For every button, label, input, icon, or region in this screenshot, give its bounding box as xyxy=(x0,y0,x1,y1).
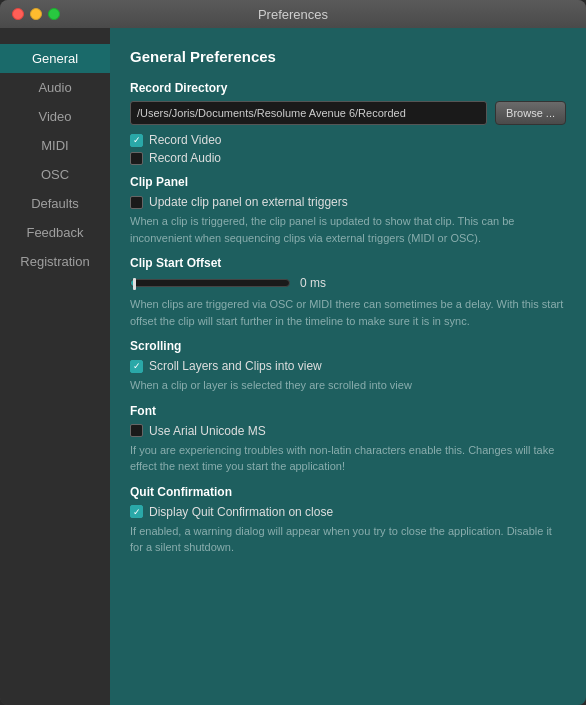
font-checkbox-row: Use Arial Unicode MS xyxy=(130,424,566,438)
clip-start-offset-label: Clip Start Offset xyxy=(130,256,566,270)
quit-confirmation-checkbox[interactable] xyxy=(130,505,143,518)
clip-start-offset-description: When clips are triggered via OSC or MIDI… xyxy=(130,296,566,329)
sidebar-item-feedback[interactable]: Feedback xyxy=(0,218,110,247)
quit-confirmation-checkbox-row: Display Quit Confirmation on close xyxy=(130,505,566,519)
quit-confirmation-label: Quit Confirmation xyxy=(130,485,566,499)
slider-thumb xyxy=(133,278,136,290)
record-directory-label: Record Directory xyxy=(130,81,566,95)
clip-panel-checkbox-row: Update clip panel on external triggers xyxy=(130,195,566,209)
main-content: General Audio Video MIDI OSC Defaults Fe… xyxy=(0,28,586,705)
sidebar: General Audio Video MIDI OSC Defaults Fe… xyxy=(0,28,110,705)
scrolling-checkbox-label: Scroll Layers and Clips into view xyxy=(149,359,322,373)
quit-confirmation-checkbox-label: Display Quit Confirmation on close xyxy=(149,505,333,519)
window-title: Preferences xyxy=(258,7,328,22)
window-controls xyxy=(12,8,60,20)
sidebar-item-audio[interactable]: Audio xyxy=(0,73,110,102)
clip-start-offset-slider-row: 0 ms xyxy=(130,276,566,290)
font-checkbox[interactable] xyxy=(130,424,143,437)
clip-panel-description: When a clip is triggered, the clip panel… xyxy=(130,213,566,246)
scrolling-label: Scrolling xyxy=(130,339,566,353)
record-video-label: Record Video xyxy=(149,133,222,147)
preferences-window: Preferences General Audio Video MIDI OSC… xyxy=(0,0,586,705)
sidebar-item-osc[interactable]: OSC xyxy=(0,160,110,189)
minimize-button[interactable] xyxy=(30,8,42,20)
sidebar-item-defaults[interactable]: Defaults xyxy=(0,189,110,218)
titlebar: Preferences xyxy=(0,0,586,28)
scrolling-checkbox[interactable] xyxy=(130,360,143,373)
clip-panel-checkbox-label: Update clip panel on external triggers xyxy=(149,195,348,209)
record-directory-input[interactable] xyxy=(130,101,487,125)
font-description: If you are experiencing troubles with no… xyxy=(130,442,566,475)
record-audio-label: Record Audio xyxy=(149,151,221,165)
sidebar-item-registration[interactable]: Registration xyxy=(0,247,110,276)
slider-track[interactable] xyxy=(130,279,290,287)
sidebar-item-midi[interactable]: MIDI xyxy=(0,131,110,160)
content-area: General Preferences Record Directory Bro… xyxy=(110,28,586,705)
sidebar-item-video[interactable]: Video xyxy=(0,102,110,131)
clip-start-offset-value: 0 ms xyxy=(300,276,326,290)
record-video-row: Record Video xyxy=(130,133,566,147)
scrolling-checkbox-row: Scroll Layers and Clips into view xyxy=(130,359,566,373)
font-checkbox-label: Use Arial Unicode MS xyxy=(149,424,266,438)
record-video-checkbox[interactable] xyxy=(130,134,143,147)
sidebar-item-general[interactable]: General xyxy=(0,44,110,73)
record-directory-row: Browse ... xyxy=(130,101,566,125)
scrolling-description: When a clip or layer is selected they ar… xyxy=(130,377,566,394)
clip-panel-checkbox[interactable] xyxy=(130,196,143,209)
browse-button[interactable]: Browse ... xyxy=(495,101,566,125)
quit-confirmation-description: If enabled, a warning dialog will appear… xyxy=(130,523,566,556)
font-label: Font xyxy=(130,404,566,418)
maximize-button[interactable] xyxy=(48,8,60,20)
record-audio-row: Record Audio xyxy=(130,151,566,165)
close-button[interactable] xyxy=(12,8,24,20)
clip-panel-label: Clip Panel xyxy=(130,175,566,189)
page-title: General Preferences xyxy=(130,48,566,65)
record-audio-checkbox[interactable] xyxy=(130,152,143,165)
